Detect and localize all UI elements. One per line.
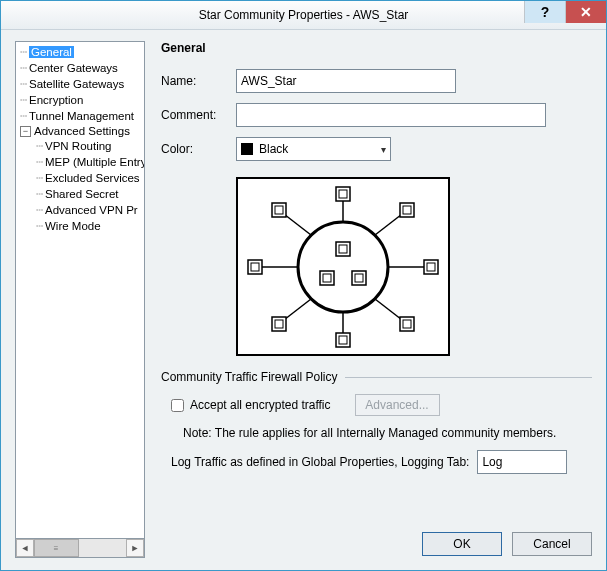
nav-label: VPN Routing xyxy=(45,140,111,152)
tree-leaf-icon: ┄ xyxy=(20,109,26,123)
svg-rect-12 xyxy=(400,317,414,331)
nav-item-tunnel-management[interactable]: ┄Tunnel Management xyxy=(16,108,144,124)
scroll-left-button[interactable]: ◄ xyxy=(16,539,34,557)
advanced-button: Advanced... xyxy=(355,394,440,416)
nav-item-general[interactable]: ┄General xyxy=(16,44,144,60)
svg-rect-11 xyxy=(424,260,438,274)
comment-label: Comment: xyxy=(161,108,236,122)
color-value: Black xyxy=(259,142,288,156)
main-panel: General Name: Comment: Color: Black ▾ xyxy=(145,41,592,558)
nav-item-advanced-vpn[interactable]: ┄Advanced VPN Pr xyxy=(16,202,144,218)
svg-rect-10 xyxy=(400,203,414,217)
nav-item-vpn-routing[interactable]: ┄VPN Routing xyxy=(16,138,144,154)
star-topology-diagram xyxy=(236,177,450,356)
nav-item-wire-mode[interactable]: ┄Wire Mode xyxy=(16,218,144,234)
nav-item-mep[interactable]: ┄MEP (Multiple Entry xyxy=(16,154,144,170)
tree-leaf-icon: ┄ xyxy=(20,77,26,91)
dialog-body: ┄General ┄Center Gateways ┄Satellite Gat… xyxy=(1,31,606,570)
nav-item-center-gateways[interactable]: ┄Center Gateways xyxy=(16,60,144,76)
policy-section-title: Community Traffic Firewall Policy xyxy=(161,370,337,384)
name-input[interactable] xyxy=(236,69,456,93)
nav-label: MEP (Multiple Entry xyxy=(45,156,145,168)
nav-label: Satellite Gateways xyxy=(29,78,124,90)
tree-leaf-icon: ┄ xyxy=(36,187,42,201)
nav-item-advanced-settings[interactable]: −Advanced Settings xyxy=(16,124,144,138)
svg-rect-19 xyxy=(352,271,366,285)
divider xyxy=(345,377,592,378)
tree-leaf-icon: ┄ xyxy=(36,203,42,217)
nav-column: ┄General ┄Center Gateways ┄Satellite Gat… xyxy=(15,41,145,558)
accept-encrypted-label: Accept all encrypted traffic xyxy=(190,398,331,412)
nav-item-satellite-gateways[interactable]: ┄Satellite Gateways xyxy=(16,76,144,92)
nav-label: Tunnel Management xyxy=(29,110,134,122)
nav-tree[interactable]: ┄General ┄Center Gateways ┄Satellite Gat… xyxy=(15,41,145,539)
tree-leaf-icon: ┄ xyxy=(20,61,26,75)
tree-leaf-icon: ┄ xyxy=(36,171,42,185)
nav-label: Shared Secret xyxy=(45,188,119,200)
tree-leaf-icon: ┄ xyxy=(36,139,42,153)
tree-hscrollbar[interactable]: ◄ ≡ ► xyxy=(15,539,145,558)
window-title: Star Community Properties - AWS_Star xyxy=(1,8,606,22)
ok-button[interactable]: OK xyxy=(422,532,502,556)
nav-label: General xyxy=(29,46,74,58)
accept-encrypted-checkbox[interactable] xyxy=(171,399,184,412)
nav-item-encryption[interactable]: ┄Encryption xyxy=(16,92,144,108)
nav-item-excluded-services[interactable]: ┄Excluded Services xyxy=(16,170,144,186)
nav-label: Center Gateways xyxy=(29,62,118,74)
log-dropdown[interactable]: Log xyxy=(477,450,567,474)
scroll-track[interactable]: ≡ xyxy=(34,539,126,557)
comment-input[interactable] xyxy=(236,103,546,127)
titlebar-buttons: ? ✕ xyxy=(524,1,606,23)
color-swatch-icon xyxy=(241,143,253,155)
nav-label: Encryption xyxy=(29,94,83,106)
svg-rect-9 xyxy=(336,187,350,201)
color-label: Color: xyxy=(161,142,236,156)
nav-label: Excluded Services xyxy=(45,172,140,184)
policy-note: Note: The rule applies for all Internall… xyxy=(183,426,592,440)
svg-rect-16 xyxy=(272,203,286,217)
log-label: Log Traffic as defined in Global Propert… xyxy=(171,455,469,469)
close-icon: ✕ xyxy=(580,4,592,20)
svg-point-0 xyxy=(298,222,388,312)
tree-leaf-icon: ┄ xyxy=(20,45,26,59)
chevron-down-icon: ▾ xyxy=(381,144,386,155)
svg-rect-14 xyxy=(272,317,286,331)
nav-label: Wire Mode xyxy=(45,220,101,232)
titlebar[interactable]: Star Community Properties - AWS_Star ? ✕ xyxy=(1,1,606,30)
cancel-button[interactable]: Cancel xyxy=(512,532,592,556)
svg-rect-15 xyxy=(248,260,262,274)
svg-rect-17 xyxy=(336,242,350,256)
dialog-button-bar: OK Cancel xyxy=(422,532,592,556)
nav-item-shared-secret[interactable]: ┄Shared Secret xyxy=(16,186,144,202)
tree-leaf-icon: ┄ xyxy=(20,93,26,107)
close-button[interactable]: ✕ xyxy=(565,1,606,23)
tree-leaf-icon: ┄ xyxy=(36,155,42,169)
name-label: Name: xyxy=(161,74,236,88)
svg-rect-18 xyxy=(320,271,334,285)
dialog-window: Star Community Properties - AWS_Star ? ✕… xyxy=(0,0,607,571)
tree-leaf-icon: ┄ xyxy=(36,219,42,233)
color-dropdown[interactable]: Black ▾ xyxy=(236,137,391,161)
scroll-right-button[interactable]: ► xyxy=(126,539,144,557)
panel-heading: General xyxy=(161,41,592,55)
collapse-icon[interactable]: − xyxy=(20,126,31,137)
nav-label: Advanced Settings xyxy=(34,125,130,137)
svg-rect-13 xyxy=(336,333,350,347)
scroll-thumb[interactable]: ≡ xyxy=(34,539,79,557)
help-button[interactable]: ? xyxy=(524,1,565,23)
log-value: Log xyxy=(482,455,502,469)
nav-label: Advanced VPN Pr xyxy=(45,204,138,216)
